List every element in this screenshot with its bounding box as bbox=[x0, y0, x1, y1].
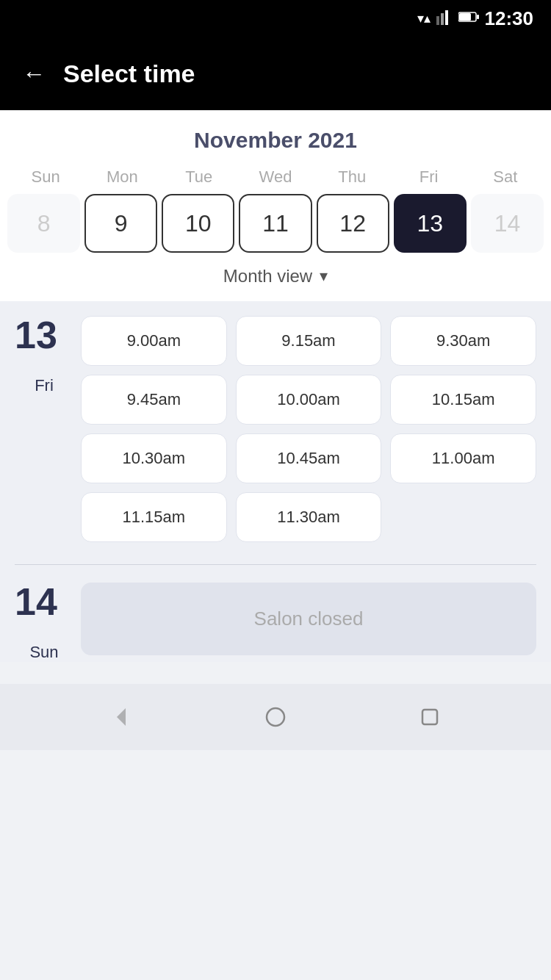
weekday-mon: Mon bbox=[84, 167, 160, 187]
dates-row: 8 9 10 11 12 13 14 bbox=[0, 194, 551, 253]
weekday-thu: Thu bbox=[314, 167, 390, 187]
time-slot-900am[interactable]: 9.00am bbox=[81, 316, 227, 366]
signal-icon bbox=[436, 9, 453, 29]
time-slot-1015am[interactable]: 10.15am bbox=[390, 375, 536, 425]
page-title: Select time bbox=[63, 60, 195, 88]
time-slot-945am[interactable]: 9.45am bbox=[81, 375, 227, 425]
date-cell-8[interactable]: 8 bbox=[7, 194, 80, 253]
time-slot-1030am[interactable]: 10.30am bbox=[81, 433, 227, 483]
status-icons: ▾▴ 12:30 bbox=[417, 7, 534, 30]
weekday-wed: Wed bbox=[237, 167, 314, 187]
salon-closed-box: Salon closed bbox=[81, 583, 536, 655]
time-slot-1130am[interactable]: 11.30am bbox=[236, 492, 382, 542]
nav-back-button[interactable] bbox=[108, 704, 134, 730]
svg-rect-8 bbox=[422, 710, 437, 724]
date-cell-10[interactable]: 10 bbox=[162, 194, 234, 253]
header: ← Select time bbox=[0, 37, 551, 110]
svg-marker-6 bbox=[117, 708, 126, 726]
day-number-14: 14 bbox=[15, 583, 73, 621]
day-name-14: Sun bbox=[29, 643, 58, 662]
month-view-label: Month view bbox=[223, 266, 312, 287]
day-separator bbox=[15, 564, 536, 565]
time-slot-1115am[interactable]: 11.15am bbox=[81, 492, 227, 542]
status-bar: ▾▴ 12:30 bbox=[0, 0, 551, 37]
weekday-sun: Sun bbox=[7, 167, 84, 187]
time-slot-1000am[interactable]: 10.00am bbox=[236, 375, 382, 425]
day-label-col-13: 13 Fri bbox=[15, 316, 73, 395]
day-name-13: Fri bbox=[35, 376, 54, 395]
month-view-toggle[interactable]: Month view ▾ bbox=[0, 253, 551, 301]
weekday-row: Sun Mon Tue Wed Thu Fri Sat bbox=[0, 167, 551, 187]
weekday-fri: Fri bbox=[390, 167, 467, 187]
month-year-label: November 2021 bbox=[0, 128, 551, 153]
time-slot-930am[interactable]: 9.30am bbox=[390, 316, 536, 366]
svg-point-7 bbox=[267, 708, 284, 726]
date-cell-11[interactable]: 11 bbox=[239, 194, 311, 253]
nav-recent-button[interactable] bbox=[417, 704, 443, 730]
back-button[interactable]: ← bbox=[22, 62, 46, 85]
svg-rect-1 bbox=[441, 13, 444, 25]
svg-rect-5 bbox=[459, 13, 471, 21]
time-slot-915am[interactable]: 9.15am bbox=[236, 316, 382, 366]
day-label-col-14: 14 Sun bbox=[15, 583, 73, 662]
time-slots-section: 13 Fri 9.00am 9.15am 9.30am 9.45am 10.00… bbox=[0, 301, 551, 662]
calendar-section: November 2021 Sun Mon Tue Wed Thu Fri Sa… bbox=[0, 110, 551, 301]
status-time: 12:30 bbox=[485, 7, 534, 30]
bottom-nav bbox=[0, 684, 551, 750]
date-cell-14[interactable]: 14 bbox=[471, 194, 544, 253]
date-cell-9[interactable]: 9 bbox=[84, 194, 157, 253]
chevron-down-icon: ▾ bbox=[320, 267, 328, 286]
date-cell-12[interactable]: 12 bbox=[317, 194, 389, 253]
day-block-13: 13 Fri 9.00am 9.15am 9.30am 9.45am 10.00… bbox=[15, 316, 536, 542]
day-number-13: 13 bbox=[15, 316, 73, 354]
time-grid-13: 9.00am 9.15am 9.30am 9.45am 10.00am 10.1… bbox=[81, 316, 536, 542]
svg-rect-2 bbox=[445, 10, 448, 25]
nav-home-button[interactable] bbox=[262, 704, 289, 730]
time-slot-1045am[interactable]: 10.45am bbox=[236, 433, 382, 483]
wifi-icon: ▾▴ bbox=[417, 10, 431, 26]
battery-icon bbox=[458, 11, 479, 26]
time-slot-1100am[interactable]: 11.00am bbox=[390, 433, 536, 483]
weekday-sat: Sat bbox=[467, 167, 544, 187]
svg-rect-0 bbox=[436, 16, 439, 25]
weekday-tue: Tue bbox=[161, 167, 237, 187]
svg-rect-4 bbox=[477, 15, 479, 19]
date-cell-13[interactable]: 13 bbox=[394, 194, 467, 253]
day-block-14: 14 Sun Salon closed bbox=[15, 583, 536, 662]
